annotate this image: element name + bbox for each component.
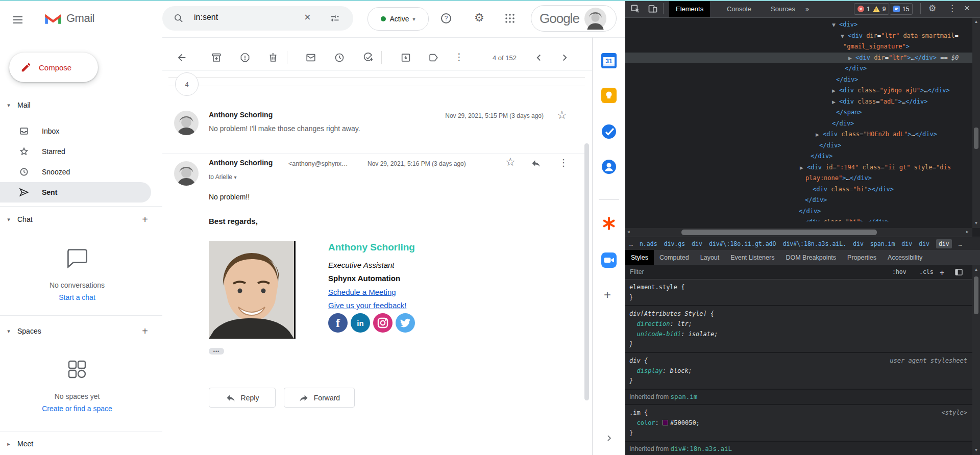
reply-button[interactable]: Reply (209, 388, 276, 408)
dom-tree-row[interactable]: </div> (625, 151, 972, 162)
new-style-rule-icon[interactable]: + (940, 268, 944, 277)
panel-collapse-icon[interactable] (604, 433, 614, 443)
breadcrumb-item[interactable]: n.ads (640, 240, 657, 247)
collapsed-message-count[interactable]: 4 (175, 72, 199, 96)
breadcrumb-item[interactable]: div (936, 239, 952, 248)
linkedin-icon[interactable]: in (351, 313, 370, 333)
dom-tree-row[interactable]: </div> (625, 74, 972, 86)
zapier-addon-icon[interactable] (601, 216, 617, 231)
css-rule[interactable]: <style>.im { color: #500050;} (625, 405, 972, 441)
status-selector[interactable]: Active ▾ (368, 7, 429, 31)
css-property[interactable]: unicode-bidi: isolate; (629, 329, 968, 339)
google-apps-grid-icon[interactable] (505, 14, 514, 23)
new-space-plus-icon[interactable]: + (142, 325, 148, 337)
user-avatar[interactable] (584, 8, 606, 30)
computed-panel-toggle-icon[interactable] (955, 269, 963, 275)
mail-section-header[interactable]: ▾ Mail (0, 98, 162, 112)
devtools-menu-icon[interactable]: ⋮ (948, 3, 957, 14)
breadcrumb-item[interactable]: div.gs (664, 240, 685, 247)
sender-avatar[interactable] (174, 161, 199, 186)
start-chat-link[interactable]: Start a chat (10, 293, 144, 301)
rule-origin[interactable]: user agent stylesheet (890, 356, 967, 366)
tab-elements[interactable]: Elements (669, 0, 710, 17)
styles-tab-accessibility[interactable]: Accessibility (882, 250, 928, 265)
add-to-tasks-icon[interactable] (362, 52, 374, 63)
dom-tree-row[interactable]: ▶<div id=":194" class="ii gt" style="dis (625, 162, 972, 173)
clear-search-icon[interactable]: × (304, 11, 311, 24)
styles-filter-input[interactable]: Filter (630, 268, 644, 275)
search-bar[interactable]: in:sent × (162, 6, 353, 31)
dom-tree-row[interactable]: ▶<div class="HOEnZb adL">…</div> (625, 129, 972, 140)
error-warning-badge[interactable]: ✕1 !9 (854, 3, 889, 15)
css-property[interactable]: display: block; (629, 366, 968, 376)
schedule-meeting-link[interactable]: Schedule a Meeting (328, 288, 396, 296)
message-more-icon[interactable]: ⋮ (559, 157, 568, 168)
styles-tab-computed[interactable]: Computed (654, 250, 695, 265)
labels-icon[interactable] (428, 52, 439, 63)
breadcrumb-item[interactable]: div (901, 240, 912, 247)
breadcrumb-item[interactable]: div#\:18n.a3s.aiL. (782, 240, 846, 247)
dom-tree-scrollbar[interactable]: ▲ ▼ (972, 18, 980, 228)
spaces-section-header[interactable]: ▾ Spaces + (0, 324, 162, 338)
dom-tree-row[interactable]: ▶<div class="adL">…</div> (625, 96, 972, 108)
sidebar-item-inbox[interactable]: Inbox (0, 121, 151, 141)
dom-tree-row[interactable]: </div> (625, 195, 972, 206)
dom-tree-row[interactable]: play:none">…</div> (625, 173, 972, 184)
css-property[interactable]: direction: ltr; (629, 319, 968, 329)
dom-tree-row[interactable]: </div> (625, 63, 972, 74)
message-sender[interactable]: Anthony Schorling (209, 111, 273, 119)
devtools-settings-icon[interactable]: ⚙ (928, 3, 936, 14)
sidebar-item-sent[interactable]: Sent (0, 182, 151, 203)
inherited-node-link[interactable]: div#:18n.a3s.aiL (671, 445, 732, 452)
compose-button[interactable]: Compose (9, 53, 98, 82)
star-toggle-icon[interactable]: ☆ (505, 156, 516, 169)
keep-icon[interactable] (601, 88, 617, 103)
breadcrumb-item[interactable]: div (919, 240, 929, 247)
breadcrumb-item[interactable]: span.im (870, 240, 895, 247)
instagram-icon[interactable] (373, 313, 393, 333)
google-account-pill[interactable]: Google (531, 5, 617, 32)
reply-icon[interactable] (531, 158, 541, 168)
forward-button[interactable]: Forward (284, 388, 355, 408)
move-to-icon[interactable] (400, 52, 411, 63)
show-trimmed-content-button[interactable]: ••• (209, 348, 224, 355)
sidebar-item-snoozed[interactable]: Snoozed (0, 162, 151, 182)
collapse-caret-icon[interactable]: ▾ (0, 102, 17, 109)
get-addons-plus-icon[interactable]: + (604, 288, 611, 302)
sidebar-item-starred[interactable]: Starred (0, 141, 151, 162)
new-chat-plus-icon[interactable]: + (142, 214, 148, 225)
css-property[interactable]: color: #500050; (629, 418, 968, 428)
settings-gear-icon[interactable]: ⚙ (474, 11, 484, 24)
devtools-close-icon[interactable]: × (964, 3, 970, 14)
collapse-caret-icon[interactable]: ▾ (0, 328, 17, 335)
thread-scrollbar[interactable] (584, 143, 589, 400)
color-swatch[interactable] (663, 420, 668, 425)
dom-tree-row[interactable]: ▶<div class="yj6qo ajU">…</div> (625, 85, 972, 96)
contacts-icon[interactable] (601, 159, 617, 174)
message-snippet[interactable]: No problem! I'll make those changes righ… (209, 124, 360, 133)
chat-section-header[interactable]: ▾ Chat + (0, 213, 162, 226)
expand-caret-icon[interactable]: ▸ (0, 441, 17, 447)
styles-scrollbar[interactable]: ▲ ▼ (972, 265, 980, 455)
tasks-icon[interactable] (601, 124, 617, 139)
more-options-icon[interactable]: ⋮ (454, 51, 464, 63)
pseudo-state-toggle[interactable]: :hov (892, 268, 906, 275)
dom-tree-row[interactable]: "gmail_signature"> (625, 41, 972, 53)
dom-tree-row[interactable]: <div class="hi"></div> (625, 184, 972, 195)
search-options-icon[interactable] (330, 13, 340, 23)
collapse-caret-icon[interactable]: ▾ (0, 216, 17, 223)
star-toggle-icon[interactable]: ☆ (557, 109, 567, 122)
dom-tree-row[interactable]: ▶<div dir="ltr">…</div> == $0 (625, 53, 972, 64)
breadcrumb-item[interactable]: … (959, 240, 962, 247)
dom-tree-row[interactable]: <div class="hi">…</div> (625, 217, 972, 221)
more-tabs-icon[interactable]: » (799, 0, 816, 17)
css-rule[interactable]: element.style {} (625, 280, 972, 305)
breadcrumb-item[interactable]: … (629, 240, 633, 247)
tab-console[interactable]: Console (720, 0, 758, 17)
dom-tree-row[interactable]: </div> (625, 206, 972, 217)
styles-tab-dom-breakpoints[interactable]: DOM Breakpoints (780, 250, 842, 265)
main-menu-icon[interactable] (13, 14, 22, 26)
rule-origin[interactable]: <style> (941, 408, 967, 418)
css-rule[interactable]: div[Attributes Style] { direction: ltr; … (625, 306, 972, 352)
calendar-icon[interactable]: 31 (601, 53, 617, 68)
